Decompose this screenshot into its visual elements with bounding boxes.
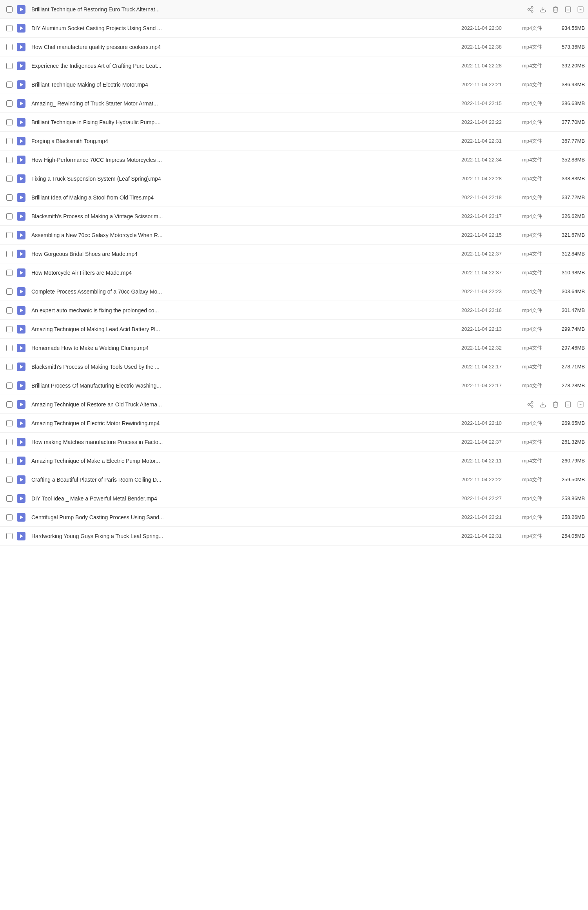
- row-checkbox[interactable]: [6, 44, 13, 50]
- play-icon[interactable]: [17, 231, 25, 239]
- row-checkbox[interactable]: [6, 157, 13, 163]
- file-name[interactable]: How High-Performance 70CC Impress Motorc…: [27, 157, 461, 163]
- file-name[interactable]: Amazing Technique of Making Lead Acid Ba…: [27, 326, 461, 332]
- file-name[interactable]: An expert auto mechanic is fixing the pr…: [27, 307, 461, 314]
- file-name[interactable]: Brilliant Process Of Manufacturing Elect…: [27, 382, 461, 389]
- file-name[interactable]: Complete Process Assembling of a 70cc Ga…: [27, 288, 461, 295]
- row-checkbox[interactable]: [6, 382, 13, 389]
- play-icon[interactable]: [17, 43, 25, 51]
- play-icon[interactable]: [17, 193, 25, 202]
- play-icon[interactable]: [17, 306, 25, 315]
- row-checkbox[interactable]: [6, 270, 13, 276]
- file-name[interactable]: Amazing Technique of Restore an Old Truc…: [27, 401, 522, 408]
- file-type: mp4文件: [522, 194, 550, 201]
- play-icon[interactable]: [17, 99, 25, 108]
- play-icon[interactable]: [17, 250, 25, 258]
- file-name[interactable]: Amazing_ Rewinding of Truck Starter Moto…: [27, 100, 461, 107]
- play-icon[interactable]: [17, 24, 25, 33]
- play-icon[interactable]: [17, 381, 25, 390]
- more-icon[interactable]: [577, 6, 584, 13]
- file-name[interactable]: Centrifugal Pump Body Casting Process Us…: [27, 514, 461, 520]
- file-name[interactable]: How Motorcycle Air Filters are Made.mp4: [27, 270, 461, 276]
- file-name[interactable]: Blacksmith's Process of Making Tools Use…: [27, 364, 461, 370]
- row-checkbox[interactable]: [6, 345, 13, 351]
- file-name[interactable]: Brilliant Idea of Making a Stool from Ol…: [27, 194, 461, 201]
- file-name[interactable]: DIY Tool Idea _ Make a Powerful Metal Be…: [27, 495, 461, 502]
- play-icon[interactable]: [17, 475, 25, 484]
- play-icon[interactable]: [17, 457, 25, 465]
- row-checkbox[interactable]: [6, 100, 13, 107]
- file-name[interactable]: Crafting a Beautiful Plaster of Paris Ro…: [27, 477, 461, 483]
- file-name[interactable]: How Gorgeous Bridal Shoes are Made.mp4: [27, 251, 461, 257]
- row-checkbox[interactable]: [6, 232, 13, 238]
- row-checkbox[interactable]: [6, 138, 13, 144]
- row-checkbox[interactable]: [6, 495, 13, 502]
- row-checkbox[interactable]: [6, 477, 13, 483]
- row-checkbox[interactable]: [6, 6, 13, 13]
- row-checkbox[interactable]: [6, 288, 13, 295]
- file-name[interactable]: Brilliant Technique in Fixing Faulty Hyd…: [27, 119, 461, 125]
- file-name[interactable]: Hardworking Young Guys Fixing a Truck Le…: [27, 533, 461, 539]
- file-name[interactable]: How Chef manufacture quality pressure co…: [27, 44, 461, 50]
- play-icon[interactable]: [17, 118, 25, 127]
- download-icon[interactable]: [539, 401, 546, 408]
- play-icon[interactable]: [17, 344, 25, 352]
- file-name[interactable]: Homemade How to Make a Welding Clump.mp4: [27, 345, 461, 351]
- file-name[interactable]: How making Matches manufacture Process i…: [27, 439, 461, 445]
- file-list: Brilliant Technique of Restoring Euro Tr…: [0, 0, 588, 546]
- play-icon[interactable]: [17, 438, 25, 446]
- play-icon[interactable]: [17, 532, 25, 540]
- row-checkbox[interactable]: [6, 82, 13, 88]
- play-icon[interactable]: [17, 325, 25, 334]
- row-checkbox[interactable]: [6, 63, 13, 69]
- row-checkbox[interactable]: [6, 439, 13, 445]
- download-icon[interactable]: [539, 6, 546, 13]
- info-icon[interactable]: [564, 6, 572, 13]
- file-name[interactable]: Forging a Blacksmith Tong.mp4: [27, 138, 461, 144]
- info-icon[interactable]: [564, 401, 572, 408]
- row-checkbox[interactable]: [6, 401, 13, 408]
- play-icon[interactable]: [17, 80, 25, 89]
- play-icon[interactable]: [17, 494, 25, 503]
- play-icon[interactable]: [17, 400, 25, 409]
- row-checkbox[interactable]: [6, 176, 13, 182]
- play-icon[interactable]: [17, 419, 25, 428]
- play-icon[interactable]: [17, 137, 25, 145]
- delete-icon[interactable]: [552, 401, 559, 408]
- play-icon[interactable]: [17, 5, 25, 14]
- row-checkbox[interactable]: [6, 420, 13, 426]
- row-checkbox[interactable]: [6, 25, 13, 31]
- row-checkbox[interactable]: [6, 119, 13, 125]
- row-checkbox[interactable]: [6, 458, 13, 464]
- more-icon[interactable]: [577, 401, 584, 408]
- play-icon[interactable]: [17, 363, 25, 371]
- play-icon[interactable]: [17, 156, 25, 164]
- file-name[interactable]: Assembling a New 70cc Galaxy Motorcycle …: [27, 232, 461, 238]
- table-row: Experience the Indigenous Art of Craftin…: [0, 56, 588, 75]
- share-icon[interactable]: [527, 401, 534, 408]
- file-name[interactable]: Brilliant Technique Making of Electric M…: [27, 82, 461, 88]
- row-checkbox[interactable]: [6, 251, 13, 257]
- play-icon[interactable]: [17, 513, 25, 522]
- row-checkbox[interactable]: [6, 533, 13, 539]
- file-name[interactable]: Fixing a Truck Suspension System (Leaf S…: [27, 176, 461, 182]
- file-name[interactable]: Brilliant Technique of Restoring Euro Tr…: [27, 6, 522, 13]
- row-checkbox[interactable]: [6, 364, 13, 370]
- play-icon[interactable]: [17, 212, 25, 221]
- delete-icon[interactable]: [552, 6, 559, 13]
- row-checkbox[interactable]: [6, 213, 13, 219]
- file-name[interactable]: Blacksmith's Process of Making a Vintage…: [27, 213, 461, 219]
- file-name[interactable]: Amazing Technique of Make a Electric Pum…: [27, 458, 461, 464]
- play-icon[interactable]: [17, 268, 25, 277]
- file-name[interactable]: Amazing Technique of Electric Motor Rewi…: [27, 420, 461, 426]
- play-icon[interactable]: [17, 174, 25, 183]
- play-icon[interactable]: [17, 287, 25, 296]
- share-icon[interactable]: [527, 6, 534, 13]
- play-icon[interactable]: [17, 62, 25, 70]
- row-checkbox[interactable]: [6, 514, 13, 520]
- row-checkbox[interactable]: [6, 194, 13, 201]
- file-name[interactable]: DIY Aluminum Socket Casting Projects Usi…: [27, 25, 461, 31]
- row-checkbox[interactable]: [6, 307, 13, 314]
- row-checkbox[interactable]: [6, 326, 13, 332]
- file-name[interactable]: Experience the Indigenous Art of Craftin…: [27, 63, 461, 69]
